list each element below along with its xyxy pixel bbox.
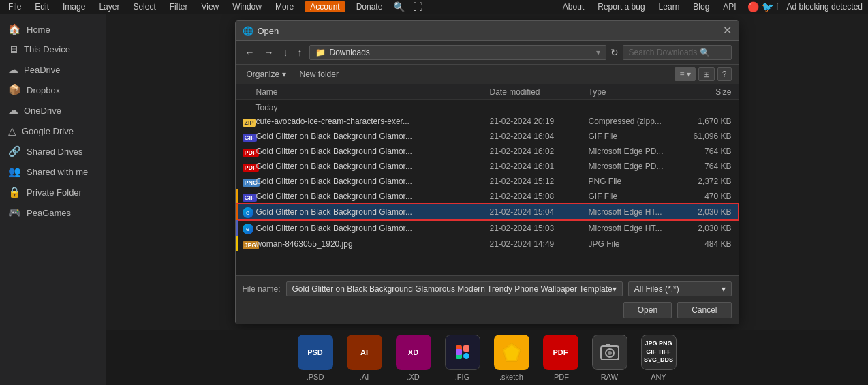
menu-image[interactable]: Image (60, 2, 88, 12)
app-icon-any[interactable]: JPG PNG GIF TIFF SVG_DDS ANY (641, 335, 677, 381)
view-grid-button[interactable]: ⊞ (698, 67, 715, 81)
file-date-0: 21-02-2024 20:19 (490, 117, 589, 126)
filetype-select[interactable]: All Files (*.*) ▾ (628, 281, 732, 296)
file-date-4: 21-02-2024 15:12 (490, 176, 589, 186)
app-icon-pdf[interactable]: PDF .PDF (543, 335, 578, 381)
search-icon[interactable]: 🔍 (393, 1, 405, 12)
raw-icon-box (592, 335, 627, 370)
sidebar-item-label-peadrive: PeaDrive (24, 65, 60, 75)
color-bar-6 (236, 204, 238, 220)
header-size[interactable]: Size (677, 87, 732, 97)
fullscreen-icon[interactable]: ⛶ (413, 1, 422, 12)
sidebar-item-this-device[interactable]: 🖥 This Device (0, 40, 106, 59)
ai-label: .AI (360, 373, 369, 381)
ai-icon-text: AI (360, 348, 368, 356)
sidebar-item-home[interactable]: 🏠 Home (0, 19, 106, 40)
refresh-button[interactable]: ↻ (610, 47, 619, 58)
any-icon-line3: SVG_DDS (644, 356, 673, 365)
app-icon-raw[interactable]: RAW (592, 335, 627, 381)
menu-donate[interactable]: Donate (354, 2, 386, 12)
table-row[interactable]: ZIP cute-avocado-ice-cream-characters-ex… (236, 114, 739, 129)
file-size-7: 2,030 KB (677, 224, 732, 233)
table-row[interactable]: PDF Gold Glitter on Black Background Gla… (236, 159, 739, 174)
filename-dropdown-arrow[interactable]: ▾ (613, 284, 617, 294)
main-content: 🌐 Open ✕ ← → ↓ ↑ 📁 Downloads ▾ (106, 14, 868, 385)
header-name[interactable]: Name (256, 87, 490, 97)
open-button[interactable]: Open (623, 302, 672, 318)
help-button[interactable]: ? (717, 67, 732, 81)
menu-account[interactable]: Account (305, 1, 345, 12)
file-icon-gif-1: GIF (243, 131, 256, 142)
reddit-icon[interactable]: 🔴 (747, 1, 759, 12)
table-row[interactable]: e Gold Glitter on Black Background Glamo… (236, 204, 739, 220)
table-row[interactable]: PDF Gold Glitter on Black Background Gla… (236, 144, 739, 159)
menu-edit[interactable]: Edit (32, 2, 52, 12)
twitter-icon[interactable]: 🐦 (762, 1, 773, 12)
file-date-5: 21-02-2024 15:08 (490, 191, 589, 201)
sidebar-item-peadrive[interactable]: ☁ PeaDrive (0, 59, 106, 80)
sidebar-item-shared-drives[interactable]: 🔗 Shared Drives (0, 141, 106, 161)
address-bar[interactable]: 📁 Downloads ▾ (309, 45, 606, 60)
file-icon-jpg-8: JPG (243, 238, 256, 249)
menu-more[interactable]: More (273, 2, 296, 12)
table-row[interactable]: GIF Gold Glitter on Black Background Gla… (236, 189, 739, 204)
menu-view[interactable]: View (198, 2, 221, 12)
dialog-title-text: Open (258, 26, 279, 36)
search-bar-text: Search Downloads (629, 48, 698, 57)
new-folder-button[interactable]: New folder (296, 68, 343, 80)
file-size-6: 2,030 KB (677, 207, 732, 217)
sidebar-item-private-folder[interactable]: 🔒 Private Folder (0, 182, 106, 202)
menu-file[interactable]: File (5, 2, 24, 12)
app-icon-fig[interactable]: .FIG (445, 335, 480, 381)
app-icon-psd[interactable]: PSD .PSD (298, 335, 333, 381)
organize-button[interactable]: Organize ▾ (243, 68, 290, 80)
table-row[interactable]: e Gold Glitter on Black Background Glamo… (236, 220, 739, 236)
facebook-icon[interactable]: f (776, 1, 779, 12)
menu-report-bug[interactable]: Report a bug (595, 2, 647, 12)
raw-label: RAW (601, 373, 618, 381)
forward-button[interactable]: → (262, 46, 277, 59)
back-button[interactable]: ← (243, 46, 258, 59)
down-button[interactable]: ↓ (281, 46, 291, 59)
menu-api[interactable]: API (720, 2, 739, 12)
menu-blog[interactable]: Blog (690, 2, 712, 12)
search-bar[interactable]: Search Downloads 🔍 (623, 45, 732, 60)
table-row[interactable]: GIF Gold Glitter on Black Background Gla… (236, 129, 739, 144)
file-list[interactable]: Name Date modified Type Size Today ZIP c… (236, 84, 739, 275)
app-icon-sketch[interactable]: .sketch (494, 335, 529, 381)
menu-filter[interactable]: Filter (167, 2, 191, 12)
shared-drives-icon: 🔗 (8, 145, 21, 157)
sidebar-item-google-drive[interactable]: △ Google Drive (0, 121, 106, 141)
menu-learn[interactable]: Learn (656, 2, 683, 12)
file-icon-edge-7: e (243, 222, 256, 234)
color-bar-5 (236, 189, 238, 204)
file-date-7: 21-02-2024 15:03 (490, 224, 589, 233)
app-icon-xd[interactable]: XD .XD (396, 335, 431, 381)
file-date-3: 21-02-2024 16:01 (490, 161, 589, 171)
address-dropdown-arrow[interactable]: ▾ (596, 48, 600, 57)
menu-select[interactable]: Select (130, 2, 158, 12)
header-date[interactable]: Date modified (490, 87, 589, 97)
sidebar-item-shared-with-me[interactable]: 👥 Shared with me (0, 161, 106, 182)
menu-about[interactable]: About (560, 2, 587, 12)
cancel-button[interactable]: Cancel (677, 302, 731, 318)
filename-value: Gold Glitter on Black Background Glamoro… (292, 284, 613, 294)
sidebar-item-peagames[interactable]: 🎮 PeaGames (0, 202, 106, 223)
view-list-button[interactable]: ≡ ▾ (675, 67, 695, 81)
sidebar-item-dropbox[interactable]: 📦 Dropbox (0, 80, 106, 100)
table-row[interactable]: PNG Gold Glitter on Black Background Gla… (236, 174, 739, 189)
file-name-7: Gold Glitter on Black Background Glamor.… (256, 224, 490, 233)
file-date-6: 21-02-2024 15:04 (490, 207, 589, 217)
menu-window[interactable]: Window (230, 2, 264, 12)
up-button[interactable]: ↑ (295, 46, 305, 59)
sidebar-item-onedrive[interactable]: ☁ OneDrive (0, 100, 106, 121)
table-row[interactable]: JPG woman-8463055_1920.jpg 21-02-2024 14… (236, 236, 739, 251)
filename-input[interactable]: Gold Glitter on Black Background Glamoro… (286, 281, 623, 296)
header-type[interactable]: Type (589, 87, 677, 97)
filename-label: File name: (243, 284, 281, 294)
app-icon-ai[interactable]: AI .AI (347, 335, 382, 381)
file-date-8: 21-02-2024 14:49 (490, 239, 589, 249)
menu-layer[interactable]: Layer (96, 2, 122, 12)
filetype-dropdown-arrow[interactable]: ▾ (722, 284, 726, 294)
dialog-close-button[interactable]: ✕ (723, 25, 732, 36)
